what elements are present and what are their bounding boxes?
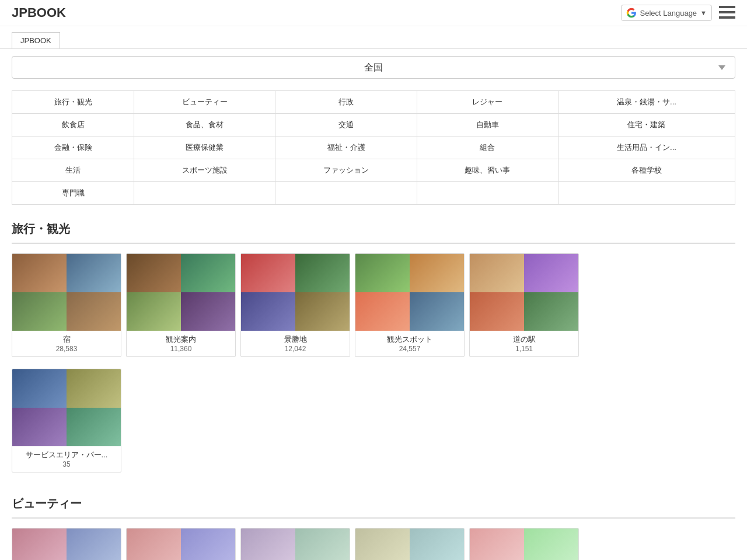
menu-icon[interactable] [719,6,735,20]
category-auto[interactable]: 自動車 [417,114,558,136]
category-empty-3 [417,182,558,205]
card-keisho[interactable]: 景勝地 12,042 [240,253,350,357]
section-title-travel: 旅行・観光 [12,221,735,244]
card-name-spot: 観光スポット [360,334,459,345]
tab-bar: JPBOOK [0,26,747,49]
card-beauty-3[interactable] [240,528,350,560]
category-grid: 旅行・観光 ビューティー 行政 レジャー 温泉・銭湯・サ... 飲食店 食品、食… [12,90,735,205]
card-spot[interactable]: 観光スポット 24,557 [355,253,465,357]
card-name-kanko: 観光案内 [131,334,231,345]
card-sa[interactable]: サービスエリア・パー... 35 [12,369,121,473]
logo: JPBOOK [12,5,66,20]
category-hobby[interactable]: 趣味、習い事 [417,159,558,182]
category-empty-4 [558,182,735,205]
card-grid-travel-row2: サービスエリア・パー... 35 [12,369,735,473]
header: JPBOOK Select Language ▼ [0,0,747,26]
section-travel: 旅行・観光 宿 28,583 観光案内 [0,209,747,473]
category-union[interactable]: 組合 [417,136,558,159]
category-leisure[interactable]: レジャー [417,91,558,114]
category-life[interactable]: 生活 [12,159,134,182]
category-fashion[interactable]: ファッション [275,159,417,182]
card-count-sa: 35 [17,460,116,468]
category-foodstuff[interactable]: 食品、食材 [134,114,275,136]
category-transport[interactable]: 交通 [275,114,417,136]
card-kanko[interactable]: 観光案内 11,360 [126,253,236,357]
section-beauty: ビューティー [0,484,747,560]
card-beauty-4[interactable] [355,528,465,560]
svg-rect-1 [719,11,735,13]
header-right: Select Language ▼ [621,5,735,21]
language-text: Select Language [640,9,697,18]
category-admin[interactable]: 行政 [275,91,417,114]
tab-jpbook[interactable]: JPBOOK [12,32,60,48]
card-beauty-1[interactable] [12,528,121,560]
card-name-keisho: 景勝地 [246,334,345,345]
card-yado[interactable]: 宿 28,583 [12,253,121,357]
svg-rect-2 [719,16,735,19]
card-beauty-2[interactable] [126,528,236,560]
card-grid-travel: 宿 28,583 観光案内 11,360 [12,253,735,357]
category-medical[interactable]: 医療保健業 [134,136,275,159]
category-travel[interactable]: 旅行・観光 [12,91,134,114]
card-count-keisho: 12,042 [246,345,345,353]
region-selector-wrap: 全国 北海道 東北 関東 中部 近畿 中国 四国 九州・沖縄 [0,49,747,86]
region-select[interactable]: 全国 北海道 東北 関東 中部 近畿 中国 四国 九州・沖縄 [12,56,735,79]
card-count-kanko: 11,360 [131,345,231,353]
category-food[interactable]: 飲食店 [12,114,134,136]
card-count-michi: 1,151 [474,345,574,353]
category-empty-2 [275,182,417,205]
section-title-beauty: ビューティー [12,496,735,519]
card-count-spot: 24,557 [360,345,459,353]
card-name-yado: 宿 [17,334,116,345]
language-selector[interactable]: Select Language ▼ [621,5,712,21]
card-count-yado: 28,583 [17,345,116,353]
category-professional[interactable]: 専門職 [12,182,134,205]
card-michi[interactable]: 道の駅 1,151 [469,253,579,357]
svg-rect-0 [719,6,735,8]
category-empty-1 [134,182,275,205]
category-onsen[interactable]: 温泉・銭湯・サ... [558,91,735,114]
category-finance[interactable]: 金融・保険 [12,136,134,159]
card-name-sa: サービスエリア・パー... [17,450,116,460]
category-daily[interactable]: 生活用品・イン... [558,136,735,159]
category-welfare[interactable]: 福祉・介護 [275,136,417,159]
card-grid-beauty [12,528,735,560]
language-arrow-icon: ▼ [700,9,707,16]
card-beauty-5[interactable] [469,528,579,560]
category-school[interactable]: 各種学校 [558,159,735,182]
category-housing[interactable]: 住宅・建築 [558,114,735,136]
google-icon [626,8,637,18]
category-sports[interactable]: スポーツ施設 [134,159,275,182]
category-beauty[interactable]: ビューティー [134,91,275,114]
card-name-michi: 道の駅 [474,334,574,345]
